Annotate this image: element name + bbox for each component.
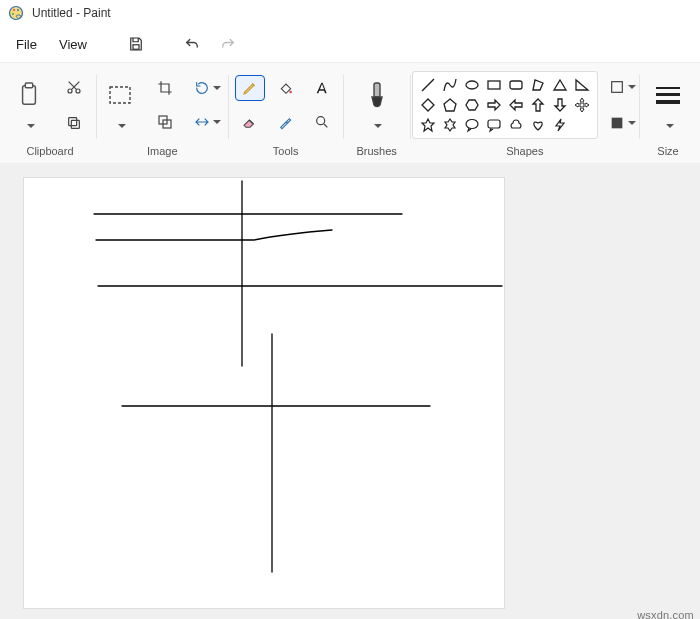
svg-rect-40 [656, 93, 680, 96]
svg-marker-28 [510, 100, 522, 110]
group-label-clipboard: Clipboard [26, 139, 73, 159]
menubar: File View [0, 26, 700, 62]
undo-button[interactable] [175, 30, 209, 58]
shape-fill-button[interactable] [608, 110, 638, 136]
svg-rect-10 [69, 118, 77, 126]
paste-button[interactable] [11, 77, 47, 113]
size-dropdown[interactable] [663, 119, 674, 133]
svg-marker-29 [533, 99, 543, 111]
svg-rect-35 [488, 120, 500, 128]
svg-rect-6 [25, 83, 32, 88]
group-size: Size [642, 71, 694, 159]
group-clipboard: Clipboard [6, 71, 94, 159]
svg-marker-26 [466, 100, 478, 110]
save-button[interactable] [119, 30, 153, 58]
text-tool[interactable] [307, 75, 337, 101]
resize-button[interactable] [150, 109, 180, 135]
color-picker-tool[interactable] [271, 109, 301, 135]
titlebar: Untitled - Paint [0, 0, 700, 26]
shapes-gallery[interactable] [412, 71, 598, 139]
canvas[interactable] [24, 178, 504, 608]
shape-down-arrow-icon[interactable] [551, 96, 569, 114]
svg-point-2 [17, 9, 19, 11]
group-image: Image [99, 71, 226, 159]
shape-cloud-icon[interactable] [507, 116, 525, 134]
svg-rect-16 [374, 83, 380, 97]
menu-file[interactable]: File [6, 31, 47, 58]
size-button[interactable] [650, 77, 686, 113]
svg-marker-22 [554, 80, 566, 90]
svg-marker-31 [575, 98, 589, 112]
shape-up-arrow-icon[interactable] [529, 96, 547, 114]
shape-line-icon[interactable] [419, 76, 437, 94]
paste-dropdown[interactable] [24, 119, 35, 133]
svg-rect-11 [110, 87, 130, 103]
select-button[interactable] [102, 77, 138, 113]
redo-button[interactable] [211, 30, 245, 58]
svg-marker-21 [533, 80, 543, 90]
svg-marker-24 [422, 99, 434, 111]
svg-marker-23 [576, 80, 588, 90]
svg-point-18 [466, 81, 478, 89]
group-label-tools: Tools [273, 139, 299, 159]
watermark: wsxdn.com [637, 609, 694, 619]
shape-speech-round-icon[interactable] [463, 116, 481, 134]
shape-hexagon-icon[interactable] [463, 96, 481, 114]
shape-right-triangle-icon[interactable] [573, 76, 591, 94]
shape-diamond-icon[interactable] [419, 96, 437, 114]
group-label-size: Size [657, 139, 678, 159]
shape-right-arrow-icon[interactable] [485, 96, 503, 114]
shape-oval-icon[interactable] [463, 76, 481, 94]
fill-tool[interactable] [271, 75, 301, 101]
svg-rect-4 [133, 45, 139, 50]
shape-speech-rect-icon[interactable] [485, 116, 503, 134]
shape-blank-icon [573, 116, 591, 134]
group-shapes: Shapes [413, 71, 638, 159]
svg-rect-5 [23, 86, 36, 104]
shape-polygon-icon[interactable] [529, 76, 547, 94]
group-label-image: Image [147, 139, 178, 159]
shape-roundrect-icon[interactable] [507, 76, 525, 94]
shape-star5-icon[interactable] [419, 116, 437, 134]
svg-point-1 [13, 9, 15, 11]
crop-button[interactable] [150, 75, 180, 101]
menu-view[interactable]: View [49, 31, 97, 58]
svg-point-14 [289, 91, 292, 94]
svg-rect-9 [71, 120, 79, 128]
svg-rect-39 [656, 87, 680, 89]
svg-rect-41 [656, 100, 680, 104]
svg-rect-19 [488, 81, 500, 89]
svg-point-8 [76, 89, 80, 93]
svg-point-7 [68, 89, 72, 93]
rotate-button[interactable] [192, 75, 222, 101]
shape-pentagon-icon[interactable] [441, 96, 459, 114]
shape-heart-icon[interactable] [529, 116, 547, 134]
svg-marker-32 [422, 119, 434, 131]
shape-rect-icon[interactable] [485, 76, 503, 94]
group-brushes: Brushes [346, 71, 408, 159]
svg-marker-27 [488, 100, 500, 110]
svg-marker-36 [556, 119, 564, 131]
shape-curve-icon[interactable] [441, 76, 459, 94]
shape-lightning-icon[interactable] [551, 116, 569, 134]
brushes-dropdown[interactable] [371, 119, 382, 133]
flip-button[interactable] [192, 109, 222, 135]
select-dropdown[interactable] [115, 119, 126, 133]
shape-star6-icon[interactable] [441, 116, 459, 134]
cut-button[interactable] [59, 74, 89, 100]
pencil-tool[interactable] [235, 75, 265, 101]
svg-marker-25 [444, 99, 456, 111]
brushes-button[interactable] [359, 77, 395, 113]
ribbon: Clipboard [0, 62, 700, 164]
svg-rect-37 [612, 82, 623, 93]
group-label-shapes: Shapes [506, 139, 543, 159]
eraser-tool[interactable] [235, 109, 265, 135]
shape-triangle-icon[interactable] [551, 76, 569, 94]
magnifier-tool[interactable] [307, 109, 337, 135]
shape-left-arrow-icon[interactable] [507, 96, 525, 114]
copy-button[interactable] [59, 110, 89, 136]
shape-four-arrow-icon[interactable] [573, 96, 591, 114]
shape-outline-button[interactable] [608, 74, 638, 100]
svg-point-34 [466, 120, 478, 129]
group-tools: Tools [231, 71, 341, 159]
